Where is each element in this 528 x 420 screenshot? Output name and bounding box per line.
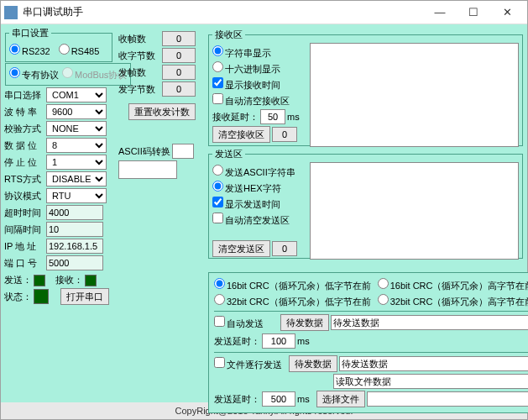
send-textarea[interactable] [310,162,519,260]
txframes-label: 发帧数 [118,66,160,79]
recv-delay-input[interactable] [260,109,285,124]
read-file-input[interactable] [333,374,528,389]
choose-file-button[interactable]: 选择文件 [316,391,365,407]
parity-label: 校验方式 [4,123,44,135]
protomode-label: 协议模式 [4,190,44,202]
recv-legend: 接收区 [212,29,245,41]
crc32hi-radio[interactable] [378,294,389,305]
close-button[interactable]: ✕ [490,2,524,24]
baud-label: 波 特 率 [4,106,44,118]
protocol-group: 专有协议 ModBus协议 [5,63,131,86]
send-group: 发送区 发送ASCII字符串 发送HEX字符 显示发送时间 自动清空发送区 清空… [208,148,523,259]
minimize-button[interactable]: — [423,2,457,24]
reset-counters-button[interactable]: 重置收发计数 [128,103,196,120]
send-clear-count: 0 [272,241,297,256]
baud-select[interactable]: 9600 [46,104,107,119]
txbytes-value: 0 [162,81,196,97]
port-label: 串口选择 [4,89,44,102]
timeout-label: 超时时间 [4,207,44,219]
recv-delay-label: 接收延时： [212,111,259,123]
txbytes-label: 发字节数 [118,83,160,96]
send-clear-button[interactable]: 清空发送区 [212,240,270,257]
ascii-convert-label: ASCII码转换 [118,145,170,158]
ip-input[interactable] [46,239,103,254]
pending-data-input-2[interactable] [339,356,528,371]
stopbits-label: 停 止 位 [4,156,44,169]
crc16lo-radio[interactable] [214,278,225,289]
rxbytes-label: 收字节数 [118,50,160,62]
rts-select[interactable]: DISABLE [46,171,107,186]
window-title: 串口调试助手 [23,5,423,19]
rxframes-label: 收帧数 [118,33,160,45]
rs485-radio[interactable] [59,44,70,55]
file-line-send-check[interactable] [214,357,225,368]
auto-send-check[interactable] [214,316,225,327]
file-path-input[interactable] [367,391,528,407]
recv-group: 接收区 字符串显示 十六进制显示 显示接收时间 自动清空接收区 接收延时：ms … [208,29,523,146]
rx-label: 接收： [55,274,83,286]
recv-hex-radio[interactable] [212,61,223,72]
txdelay-label: 发送延时： [214,335,260,348]
databits-select[interactable]: 8 [46,138,107,153]
recv-time-check[interactable] [212,77,223,88]
port-select[interactable]: COM1 [46,87,107,102]
modbus-radio [62,67,73,78]
txdelay-input[interactable] [262,333,295,349]
crc-group: 16bit CRC（循环冗余）低字节在前 16bit CRC（循环冗余）高字节在… [208,272,528,413]
proprietary-radio[interactable] [9,67,20,78]
protomode-select[interactable]: RTU [46,188,107,203]
send-time-check[interactable] [212,197,223,207]
timeout-input[interactable] [46,205,103,220]
pending-data-button-2[interactable]: 待发数据 [289,355,337,372]
crc32lo-radio[interactable] [214,294,225,305]
titlebar: 串口调试助手 — ☐ ✕ [1,1,527,24]
txframes-value: 0 [162,65,196,80]
pending-data-button[interactable]: 待发数据 [280,314,329,331]
ascii-convert-input[interactable] [172,144,194,159]
rx-indicator-icon [85,275,97,286]
recv-clear-button[interactable]: 清空接收区 [212,126,270,143]
app-icon [4,6,18,19]
serial-settings-group: 串口设置 RS232 RS485 [5,27,112,62]
send-autoclear-check[interactable] [212,213,223,223]
gap-label: 间隔时间 [4,223,44,236]
serial-legend: 串口设置 [9,27,51,39]
recv-clear-count: 0 [272,127,297,142]
send-ascii-radio[interactable] [212,165,223,176]
recv-textarea[interactable] [310,43,519,147]
rxbytes-value: 0 [162,48,196,63]
pending-data-input[interactable] [331,315,528,330]
maximize-button[interactable]: ☐ [457,2,490,24]
stopbits-select[interactable]: 1 [46,155,107,170]
status-indicator-icon [34,289,49,304]
tx-indicator-icon [34,275,45,286]
status-label: 状态： [4,291,32,303]
rs232-radio[interactable] [9,44,20,55]
tx-label: 发送： [4,274,32,286]
gap-input[interactable] [46,222,103,237]
portnum-label: 端 口 号 [4,257,44,270]
open-port-button[interactable]: 打开串口 [60,288,109,305]
rxframes-value: 0 [162,31,196,46]
txdelay2-label: 发送延时： [214,393,260,406]
portnum-input[interactable] [46,255,103,270]
recv-str-radio[interactable] [212,45,223,56]
rts-label: RTS方式 [4,173,44,186]
ip-label: IP 地 址 [4,240,44,253]
recv-autoclear-check[interactable] [212,93,223,104]
send-hex-radio[interactable] [212,181,223,192]
send-legend: 发送区 [212,148,245,160]
txdelay2-input[interactable] [262,391,295,407]
ascii-result-input[interactable] [118,160,177,179]
crc16hi-radio[interactable] [378,278,389,289]
databits-label: 数 据 位 [4,139,44,152]
parity-select[interactable]: NONE [46,121,107,136]
